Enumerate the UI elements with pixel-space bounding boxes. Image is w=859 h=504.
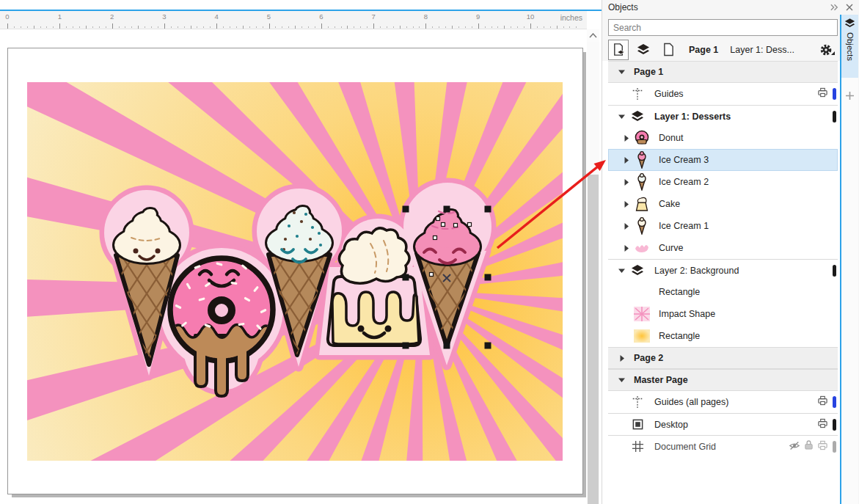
flyout-arrow-icon bbox=[831, 45, 835, 58]
docker-tab-strip: Objects bbox=[840, 15, 858, 504]
row-label: Master Page bbox=[634, 375, 688, 385]
collapse-toggle-icon[interactable] bbox=[617, 70, 626, 74]
view-current-page-button[interactable] bbox=[608, 40, 629, 60]
row-label: Layer 1: Desserts bbox=[654, 112, 731, 122]
ruler-number: 3 bbox=[158, 12, 171, 21]
ruler-number: 1 bbox=[53, 12, 66, 21]
thumbnail-ice-cream-pink bbox=[632, 151, 651, 169]
thumbnail-cake bbox=[632, 195, 651, 213]
grid-icon bbox=[628, 440, 647, 453]
layer-color-bar[interactable] bbox=[833, 441, 836, 453]
layers-icon bbox=[628, 265, 647, 277]
layers-icon bbox=[844, 18, 855, 29]
row-label: Impact Shape bbox=[659, 309, 715, 319]
page-header-row-page-2[interactable]: Page 2 bbox=[608, 347, 838, 369]
row-label: Ice Cream 3 bbox=[659, 155, 709, 165]
item-row-document-grid[interactable]: Document Grid bbox=[608, 435, 838, 457]
document-top-edge bbox=[0, 0, 602, 11]
page-header-row-master-page[interactable]: Master Page bbox=[608, 369, 838, 391]
expand-toggle-icon[interactable] bbox=[621, 245, 631, 252]
ruler-number: 8 bbox=[419, 12, 432, 21]
row-label: Ice Cream 2 bbox=[659, 177, 709, 187]
active-layer-label: Layer 1: Dess... bbox=[730, 45, 794, 55]
close-docker-icon[interactable] bbox=[846, 1, 853, 14]
thumbnail-curve bbox=[632, 241, 651, 255]
row-label: Curve bbox=[659, 243, 683, 253]
object-row-ice-cream-1[interactable]: Ice Cream 1 bbox=[608, 215, 838, 237]
thumbnail-rect-yellow bbox=[632, 329, 651, 343]
expand-toggle-icon[interactable] bbox=[621, 223, 631, 230]
layer-color-bar[interactable] bbox=[833, 419, 836, 431]
layer-color-bar[interactable] bbox=[833, 111, 836, 123]
pages-view-button[interactable] bbox=[658, 40, 679, 60]
expand-toggle-icon[interactable] bbox=[621, 157, 631, 164]
expand-toggle-icon[interactable] bbox=[617, 355, 626, 362]
row-label: Ice Cream 1 bbox=[659, 221, 709, 231]
eye-off-icon[interactable] bbox=[789, 440, 800, 453]
row-label: Desktop bbox=[654, 420, 688, 430]
guides-icon bbox=[628, 395, 647, 409]
thumbnail-donut bbox=[632, 129, 651, 147]
ruler-number: 0 bbox=[1, 12, 14, 21]
object-row-ice-cream-3[interactable]: Ice Cream 3 bbox=[608, 149, 838, 171]
object-row-curve[interactable]: Curve bbox=[608, 237, 838, 259]
plus-icon bbox=[845, 91, 855, 101]
row-label: Rectangle bbox=[659, 331, 700, 341]
item-row-guides[interactable]: Guides bbox=[608, 83, 838, 105]
lock-icon[interactable] bbox=[804, 439, 814, 453]
layer-color-bar[interactable] bbox=[833, 396, 836, 408]
expand-toggle-icon[interactable] bbox=[621, 135, 631, 142]
layer-color-bar[interactable] bbox=[833, 88, 836, 100]
collapse-toggle-icon[interactable] bbox=[617, 378, 626, 382]
search-input[interactable] bbox=[608, 19, 838, 36]
objects-toolbar: Page 1 Layer 1: Dess... bbox=[602, 38, 840, 61]
expand-toggle-icon[interactable] bbox=[621, 201, 631, 208]
page-with-layer-icon bbox=[612, 43, 626, 56]
objects-tree: Page 1GuidesLayer 1: DessertsDonutIce Cr… bbox=[602, 61, 840, 504]
docker-titlebar: Objects bbox=[602, 0, 859, 15]
thumbnail-ice-cream-mint bbox=[632, 173, 651, 191]
docker-title: Objects bbox=[608, 2, 638, 12]
printer-dim-icon[interactable] bbox=[817, 440, 828, 453]
collapse-docker-icon[interactable] bbox=[830, 1, 839, 14]
ruler-number: 9 bbox=[472, 12, 485, 21]
desktop-icon bbox=[628, 418, 647, 431]
object-row-impact-shape[interactable]: Impact Shape bbox=[608, 303, 838, 325]
objects-docker-tab[interactable]: Objects bbox=[841, 15, 858, 78]
page-icon bbox=[663, 43, 674, 56]
item-row-guides-all-pages[interactable]: Guides (all pages) bbox=[608, 391, 838, 413]
object-row-donut[interactable]: Donut bbox=[608, 127, 838, 149]
printer-icon[interactable] bbox=[817, 395, 828, 409]
vertical-scrollbar[interactable] bbox=[587, 42, 599, 504]
layer-row-layer-2-background[interactable]: Layer 2: Background bbox=[608, 259, 838, 281]
ruler-number: 4 bbox=[210, 12, 223, 21]
scroll-up-button[interactable] bbox=[587, 29, 599, 42]
layer-row-layer-1-desserts[interactable]: Layer 1: Desserts bbox=[608, 105, 838, 127]
drawing-workspace: inches 012345678910 bbox=[0, 0, 602, 504]
guides-icon bbox=[628, 87, 647, 101]
collapse-toggle-icon[interactable] bbox=[617, 269, 626, 273]
collapse-toggle-icon[interactable] bbox=[617, 114, 626, 119]
ruler-number: 2 bbox=[106, 12, 119, 21]
row-label: Guides (all pages) bbox=[654, 397, 728, 407]
object-row-ice-cream-2[interactable]: Ice Cream 2 bbox=[608, 171, 838, 193]
item-row-desktop[interactable]: Desktop bbox=[608, 413, 838, 435]
row-label: Donut bbox=[659, 133, 683, 143]
drawing-canvas[interactable] bbox=[27, 82, 563, 461]
docker-options-button[interactable] bbox=[818, 42, 834, 58]
object-row-cake[interactable]: Cake bbox=[608, 193, 838, 215]
page-header-row-page-1[interactable]: Page 1 bbox=[608, 61, 838, 83]
layer-color-bar[interactable] bbox=[833, 265, 836, 277]
vertical-scrollbar-thumb[interactable] bbox=[588, 175, 599, 504]
chevron-up-icon bbox=[589, 33, 597, 38]
object-row-rectangle[interactable]: Rectangle bbox=[608, 325, 838, 347]
expand-toggle-icon[interactable] bbox=[621, 179, 631, 186]
layer-manager-view-button[interactable] bbox=[633, 40, 654, 60]
printer-icon[interactable] bbox=[817, 418, 828, 431]
object-row-rectangle[interactable]: Rectangle bbox=[608, 281, 838, 303]
row-label: Guides bbox=[654, 89, 684, 99]
row-label: Cake bbox=[659, 199, 680, 209]
horizontal-ruler[interactable]: inches 012345678910 bbox=[0, 11, 587, 29]
printer-icon[interactable] bbox=[817, 87, 828, 101]
add-docker-button[interactable] bbox=[841, 87, 858, 104]
